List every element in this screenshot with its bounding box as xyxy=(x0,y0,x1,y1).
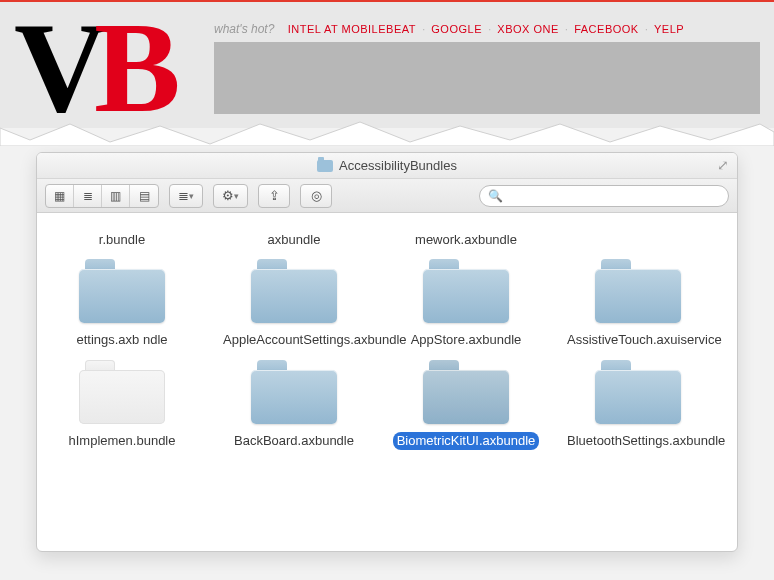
finder-window: AccessibilityBundles ⤢ 🔍 r.bundleaxbundl… xyxy=(36,152,738,552)
folder-label: ettings.axb ndle xyxy=(72,331,171,349)
action-menu[interactable] xyxy=(213,184,248,208)
folder-item[interactable]: hImplemen.bundle xyxy=(47,354,197,450)
hot-link[interactable]: XBOX ONE xyxy=(497,23,558,35)
folder-label: AppStore.axbundle xyxy=(407,331,526,349)
finder-toolbar: 🔍 xyxy=(37,179,737,213)
folder-label: r.bundle xyxy=(95,231,149,249)
icon-grid[interactable]: r.bundleaxbundlemework.axbundleettings.a… xyxy=(37,213,737,551)
folder-item[interactable]: ettings.axb ndle xyxy=(47,253,197,349)
folder-icon xyxy=(595,360,681,424)
search-icon: 🔍 xyxy=(488,189,503,203)
folder-item[interactable]: r.bundle xyxy=(47,215,197,249)
folder-item[interactable]: AppStore.axbundle xyxy=(391,253,541,349)
link-separator: · xyxy=(422,22,425,36)
folder-label: AssistiveTouch.axuiservice xyxy=(563,331,726,349)
folder-icon xyxy=(251,259,337,323)
link-separator: · xyxy=(488,22,491,36)
folder-item[interactable]: AppleAccountSettings.axbundle xyxy=(219,253,369,349)
search-field[interactable]: 🔍 xyxy=(479,185,729,207)
fullscreen-icon[interactable]: ⤢ xyxy=(717,157,729,173)
search-input[interactable] xyxy=(509,189,720,203)
col-icon xyxy=(110,189,121,203)
folder-icon xyxy=(79,259,165,323)
hot-link[interactable]: INTEL AT MOBILEBEAT xyxy=(288,23,416,35)
folder-item[interactable]: BluetoothSettings.axbundle xyxy=(563,354,713,450)
tags-button[interactable] xyxy=(300,184,332,208)
cov-icon xyxy=(139,189,150,203)
window-titlebar[interactable]: AccessibilityBundles ⤢ xyxy=(37,153,737,179)
site-header: VB what's hot? INTEL AT MOBILEBEAT·GOOGL… xyxy=(0,0,774,128)
hot-lead: what's hot? xyxy=(214,22,274,36)
hot-link[interactable]: FACEBOOK xyxy=(574,23,639,35)
folder-label: BiometricKitUI.axbundle xyxy=(393,432,540,450)
view-mode-button[interactable] xyxy=(74,185,102,207)
hot-links: what's hot? INTEL AT MOBILEBEAT·GOOGLE·X… xyxy=(214,22,684,36)
svg-marker-0 xyxy=(0,122,774,146)
folder-label: axbundle xyxy=(264,231,325,249)
folder-icon xyxy=(423,259,509,323)
folder-label: mework.axbundle xyxy=(411,231,521,249)
view-mode-button[interactable] xyxy=(130,185,158,207)
hot-link[interactable]: YELP xyxy=(654,23,684,35)
view-switch[interactable] xyxy=(45,184,159,208)
folder-item[interactable]: BackBoard.axbundle xyxy=(219,354,369,450)
hot-link[interactable]: GOOGLE xyxy=(431,23,482,35)
site-logo[interactable]: VB xyxy=(14,12,167,123)
folder-icon xyxy=(317,160,333,172)
window-title: AccessibilityBundles xyxy=(339,158,457,173)
share-icon xyxy=(269,188,280,203)
arrange-menu[interactable] xyxy=(169,184,203,208)
grid-row: r.bundleaxbundlemework.axbundle xyxy=(47,215,727,249)
folder-item[interactable]: BiometricKitUI.axbundle xyxy=(391,354,541,450)
folder-item[interactable]: axbundle xyxy=(219,215,369,249)
view-mode-button[interactable] xyxy=(102,185,130,207)
view-mode-button[interactable] xyxy=(46,185,74,207)
list-icon xyxy=(83,189,93,203)
grid-icon xyxy=(54,189,65,203)
link-separator: · xyxy=(645,22,648,36)
folder-icon xyxy=(423,360,509,424)
grid-row: hImplemen.bundleBackBoard.axbundleBiomet… xyxy=(47,354,727,450)
gear-icon xyxy=(222,188,234,203)
folder-label: AppleAccountSettings.axbundle xyxy=(219,331,411,349)
folder-item[interactable]: AssistiveTouch.axuiservice xyxy=(563,253,713,349)
folder-icon xyxy=(79,360,165,424)
folder-label: hImplemen.bundle xyxy=(65,432,180,450)
link-separator: · xyxy=(565,22,568,36)
arrange-icon xyxy=(178,188,189,203)
grid-row: ettings.axb ndleAppleAccountSettings.axb… xyxy=(47,253,727,349)
torn-edge xyxy=(0,118,774,146)
ad-banner[interactable] xyxy=(214,42,760,114)
folder-icon xyxy=(251,360,337,424)
folder-item[interactable]: mework.axbundle xyxy=(391,215,541,249)
folder-label: BluetoothSettings.axbundle xyxy=(563,432,729,450)
tag-icon xyxy=(311,188,322,203)
folder-label: BackBoard.axbundle xyxy=(230,432,358,450)
share-button[interactable] xyxy=(258,184,290,208)
folder-icon xyxy=(595,259,681,323)
